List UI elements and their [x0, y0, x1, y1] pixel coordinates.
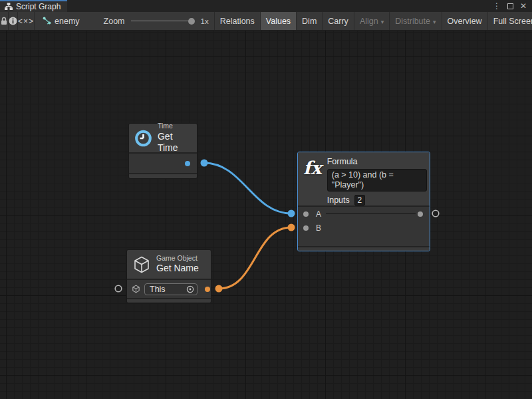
target-object-field[interactable]: This — [144, 283, 198, 295]
node-formula[interactable]: fx Formula (a > 10) and (b = "Player") I… — [297, 152, 430, 251]
tab-title: Script Graph — [16, 2, 61, 11]
node-get-time[interactable]: Time Get Time — [128, 123, 198, 179]
maximize-icon — [507, 3, 513, 9]
port-row-b: B — [298, 221, 430, 235]
window-menu-button[interactable]: ⋮ — [492, 1, 501, 11]
code-preview-button[interactable]: <×> — [18, 12, 34, 30]
object-picker-icon[interactable] — [186, 285, 194, 293]
zoom-control: Zoom 1x — [85, 12, 214, 30]
values-button[interactable]: Values — [261, 12, 296, 30]
formula-result-outer-ring[interactable] — [432, 210, 439, 217]
wire-endpoint-formula-b[interactable] — [288, 224, 295, 231]
full-screen-button-label: Full Screen — [493, 17, 532, 26]
overview-button-label: Overview — [448, 17, 482, 26]
formula-expression-input[interactable]: (a > 10) and (b = "Player") — [327, 169, 427, 192]
graph-name: enemy — [55, 17, 80, 26]
get-name-target-outer-ring[interactable] — [115, 285, 122, 292]
target-object-value: This — [150, 285, 166, 294]
get-time-output-port[interactable] — [185, 161, 190, 166]
get-name-footer — [127, 299, 211, 303]
port-label-a: A — [316, 209, 321, 219]
node-category: Time — [158, 122, 192, 130]
overview-button[interactable]: Overview — [442, 12, 487, 30]
distribute-dropdown[interactable]: Distribute ▾ — [390, 12, 441, 30]
info-icon — [9, 17, 17, 25]
tab-bar: Script Graph ⋮ ✕ — [0, 0, 532, 12]
node-category: Game Object — [156, 254, 199, 263]
hierarchy-icon — [5, 3, 13, 11]
zoom-value: 1x — [201, 17, 209, 25]
graph-canvas[interactable]: Time Get Time fx Formula (a > 10) and (b… — [0, 31, 532, 399]
node-title: Formula — [327, 157, 427, 166]
formula-fields: Formula (a > 10) and (b = "Player") Inpu… — [327, 156, 427, 205]
inspector-toggle-button[interactable] — [9, 12, 17, 30]
formula-input-a-port[interactable] — [303, 211, 309, 217]
carry-button[interactable]: Carry — [323, 12, 354, 30]
formula-header: fx Formula (a > 10) and (b = "Player") I… — [298, 152, 430, 205]
port-label-b: B — [316, 223, 321, 233]
carry-button-label: Carry — [328, 17, 348, 26]
get-time-header: Time Get Time — [129, 124, 197, 152]
get-time-labels: Time Get Time — [158, 122, 192, 154]
cube-icon — [132, 255, 151, 274]
formula-ports: A B — [298, 207, 430, 246]
formula-inputs-row: Inputs 2 — [327, 195, 427, 205]
get-name-labels: Game Object Get Name — [156, 254, 199, 275]
values-button-label: Values — [266, 17, 291, 26]
node-get-name[interactable]: Game Object Get Name This — [126, 249, 211, 303]
align-dropdown-label: Align — [360, 17, 378, 26]
dim-button[interactable]: Dim — [297, 12, 322, 30]
inputs-count-field[interactable]: 2 — [354, 195, 365, 205]
game-object-port-icon — [132, 285, 140, 293]
formula-result-port[interactable] — [418, 211, 423, 217]
wire-endpoint-formula-a[interactable] — [288, 210, 295, 217]
dim-button-label: Dim — [302, 17, 317, 26]
graph-breadcrumb[interactable]: enemy — [35, 12, 85, 30]
get-name-ports: This — [127, 280, 211, 298]
distribute-dropdown-label: Distribute — [395, 17, 430, 26]
lock-button[interactable] — [0, 12, 8, 30]
inputs-label: Inputs — [327, 196, 350, 205]
wire-endpoint-get-name[interactable] — [215, 285, 223, 293]
formula-footer — [298, 247, 430, 251]
graph-toolbar: <×> enemy Zoom 1x Relations Va — [0, 12, 532, 31]
script-graph-window: Script Graph ⋮ ✕ <×> — [0, 0, 532, 399]
formula-input-b-port[interactable] — [303, 225, 309, 231]
get-name-header: Game Object Get Name — [127, 250, 211, 279]
get-time-footer — [129, 174, 197, 178]
clock-icon — [134, 128, 152, 148]
tab-script-graph[interactable]: Script Graph — [0, 0, 67, 12]
wire-get-name-to-formula-b[interactable] — [219, 227, 291, 289]
align-dropdown[interactable]: Align ▾ — [354, 12, 389, 30]
zoom-slider[interactable] — [131, 17, 195, 26]
node-title: Get Time — [158, 131, 192, 154]
window-maximize-button[interactable] — [505, 1, 515, 11]
node-title: Get Name — [156, 263, 199, 275]
window-close-button[interactable]: ✕ — [519, 1, 528, 11]
wire-get-time-to-formula-a[interactable] — [204, 163, 291, 213]
script-graph-asset-icon — [43, 17, 51, 25]
wire-endpoint-get-time[interactable] — [201, 160, 208, 167]
full-screen-button[interactable]: Full Screen — [488, 12, 532, 30]
chevron-down-icon: ▾ — [381, 19, 384, 25]
zoom-label: Zoom — [104, 17, 125, 26]
get-name-output-port[interactable] — [205, 287, 210, 292]
window-controls: ⋮ ✕ — [492, 0, 532, 12]
zoom-slider-handle[interactable] — [188, 18, 195, 25]
chevron-down-icon: ▾ — [433, 19, 436, 25]
wire-layer — [0, 31, 532, 399]
get-time-ports — [129, 154, 197, 173]
formula-fx-icon: fx — [303, 159, 322, 177]
relations-button[interactable]: Relations — [215, 12, 260, 30]
port-row-a: A — [298, 207, 430, 221]
relations-button-label: Relations — [220, 17, 255, 26]
code-icon: <×> — [18, 17, 34, 26]
lock-icon — [0, 17, 8, 25]
tab-bar-space — [67, 0, 492, 12]
zoom-slider-track — [131, 21, 188, 21]
